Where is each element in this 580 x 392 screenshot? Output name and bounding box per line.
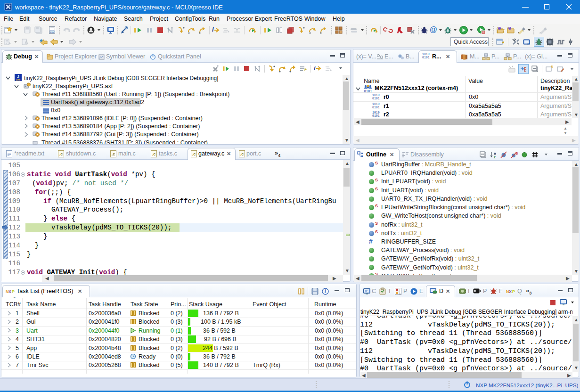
- svg-text:.c: .c: [192, 152, 196, 156]
- svg-text:S: S: [515, 151, 518, 155]
- svg-text:Link: Link: [16, 79, 21, 81]
- svg-text:C: C: [527, 42, 530, 46]
- svg-text:X: X: [509, 289, 512, 294]
- svg-text:i: i: [325, 289, 326, 294]
- svg-text:P: P: [12, 289, 15, 294]
- svg-text:.c: .c: [152, 152, 156, 156]
- svg-text:X: X: [8, 289, 11, 294]
- svg-text:.c: .c: [240, 152, 244, 156]
- svg-text:z: z: [494, 155, 496, 159]
- svg-text:.c: .c: [112, 152, 115, 156]
- svg-text:010: 010: [50, 30, 54, 33]
- svg-text:P: P: [512, 289, 515, 294]
- svg-text:.c: .c: [59, 152, 63, 156]
